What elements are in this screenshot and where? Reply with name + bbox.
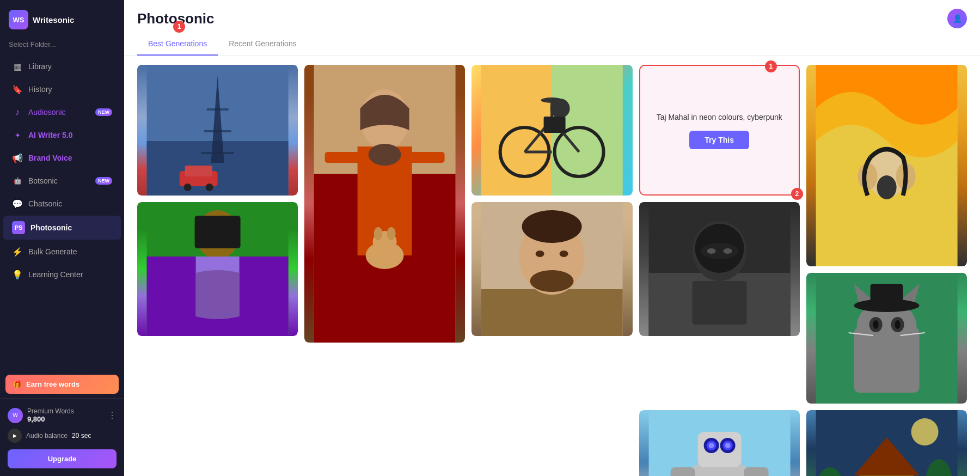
sidebar-item-bulk-generate[interactable]: ⚡ Bulk Generate	[3, 241, 121, 263]
svg-rect-5	[201, 152, 234, 154]
svg-rect-20	[325, 152, 363, 163]
image-bicycle	[471, 65, 632, 196]
more-options-icon[interactable]: ⋮	[108, 410, 117, 420]
gallery-grid-row2	[137, 410, 967, 476]
gallery-item[interactable]	[304, 410, 465, 476]
words-circle-icon: W	[8, 408, 23, 423]
logo-text: Writesonic	[33, 15, 74, 25]
audiosonic-icon: ♪	[12, 107, 23, 118]
select-folder[interactable]: Select Folder...	[0, 37, 124, 55]
prompt-text: Taj Mahal in neon colours, cyberpunk	[657, 112, 782, 123]
sidebar-item-label: Botsonic	[28, 176, 90, 185]
earn-words-label: Earn free words	[26, 380, 79, 388]
sidebar-item-label: Photosonic	[30, 223, 112, 232]
sidebar-item-audiosonic[interactable]: ♪ Audiosonic new	[3, 101, 121, 123]
gallery-item-house[interactable]	[806, 410, 967, 476]
try-this-button[interactable]: Try This	[689, 131, 749, 149]
svg-rect-4	[204, 130, 231, 132]
image-house	[806, 410, 967, 476]
sidebar-item-ai-writer[interactable]: ✦ AI Writer 5.0	[3, 124, 121, 146]
image-woman	[137, 202, 298, 336]
ai-writer-icon: ✦	[12, 130, 23, 141]
image-robot	[639, 410, 800, 476]
svg-rect-53	[692, 281, 746, 325]
sidebar-item-library[interactable]: ▦ Library	[3, 56, 121, 77]
prompt-card: 1 Taj Mahal in neon colours, cyberpunk T…	[639, 65, 800, 196]
sidebar-bottom: W Premium Words 9,800 ⋮ ▶ Audio balance …	[0, 398, 124, 476]
gallery-item[interactable]	[137, 202, 298, 336]
badge-number-2: 1	[765, 60, 777, 72]
svg-point-67	[895, 320, 900, 329]
tab-best-generations[interactable]: Best Generations 1	[137, 35, 218, 56]
gallery-item[interactable]	[471, 410, 632, 476]
svg-rect-38	[544, 117, 566, 133]
svg-point-56	[877, 175, 896, 199]
sidebar-item-label: Brand Voice	[28, 154, 112, 162]
svg-point-42	[522, 210, 582, 243]
tab-badge-1: 1	[173, 21, 185, 33]
svg-point-26	[387, 227, 396, 240]
gallery-item[interactable]	[304, 65, 465, 343]
sidebar-item-botsonic[interactable]: 🤖 Botsonic new	[3, 170, 121, 192]
megaphone-icon: 📢	[12, 152, 23, 163]
svg-rect-85	[744, 467, 768, 476]
user-avatar[interactable]: 👤	[947, 9, 967, 28]
sidebar-item-label: History	[28, 85, 112, 94]
words-details: Premium Words 9,800	[27, 407, 74, 423]
bulk-icon: ⚡	[12, 246, 23, 257]
svg-point-45	[560, 251, 568, 257]
sidebar-item-photosonic[interactable]: PS Photosonic	[3, 216, 121, 240]
gallery-item[interactable]	[137, 410, 298, 476]
botsonic-icon: 🤖	[12, 175, 23, 186]
sidebar-item-learning-center[interactable]: 💡 Learning Center	[3, 264, 121, 285]
svg-point-22	[369, 144, 401, 166]
sidebar-item-history[interactable]: 🔖 History	[3, 78, 121, 100]
sidebar-item-chatsonic[interactable]: 💬 Chatsonic	[3, 193, 121, 215]
gift-icon: 🎁	[13, 380, 22, 388]
upgrade-button[interactable]: Upgrade	[8, 449, 117, 468]
gallery-item[interactable]	[806, 65, 967, 266]
gallery-item[interactable]	[471, 65, 632, 196]
badge-number-2: 2	[791, 188, 803, 200]
svg-point-96	[911, 418, 938, 446]
premium-words-label: Premium Words	[27, 407, 74, 415]
header-top: Photosonic 👤	[137, 9, 967, 28]
gallery-item[interactable]	[137, 65, 298, 196]
svg-rect-75	[697, 432, 741, 467]
gallery-item[interactable]	[806, 273, 967, 404]
main-content: Photosonic 👤 Best Generations 1 Recent G…	[124, 0, 980, 476]
image-cat	[806, 273, 967, 404]
gallery-item[interactable]	[471, 202, 632, 336]
library-icon: ▦	[12, 61, 23, 72]
audio-balance-value: 20 sec	[72, 432, 91, 440]
audio-balance-row: ▶ Audio balance 20 sec	[8, 426, 117, 445]
sidebar-item-label: Learning Center	[28, 270, 112, 279]
svg-rect-15	[195, 216, 241, 248]
gallery-item-robot[interactable]	[639, 410, 800, 476]
svg-rect-40	[481, 289, 623, 336]
svg-point-43	[530, 270, 574, 292]
svg-point-78	[708, 443, 714, 448]
photosonic-icon: PS	[12, 221, 25, 234]
gallery-item[interactable]	[639, 202, 800, 336]
logo-area[interactable]: WS Writesonic	[0, 0, 124, 37]
gallery-container[interactable]: 1 Taj Mahal in neon colours, cyberpunk T…	[124, 56, 980, 476]
tabs-row: Best Generations 1 Recent Generations	[137, 35, 967, 56]
words-info: W Premium Words 9,800	[8, 407, 74, 423]
svg-point-81	[725, 443, 730, 448]
svg-point-37	[550, 99, 570, 118]
svg-point-25	[374, 227, 383, 240]
sidebar-item-label: Audiosonic	[28, 108, 90, 117]
image-eiffel	[137, 65, 298, 196]
earn-free-words-button[interactable]: 🎁 Earn free words	[5, 375, 119, 394]
svg-point-51	[707, 248, 715, 254]
sidebar-item-brand-voice[interactable]: 📢 Brand Voice	[3, 147, 121, 169]
chatsonic-icon: 💬	[12, 198, 23, 209]
svg-rect-21	[407, 152, 445, 163]
audio-balance-label: Audio balance	[26, 432, 68, 440]
tab-recent-generations[interactable]: Recent Generations	[218, 35, 308, 56]
image-dark-figure	[639, 202, 800, 336]
learning-icon: 💡	[12, 269, 23, 280]
image-man	[471, 202, 632, 336]
sidebar-item-label: Bulk Generate	[28, 247, 112, 256]
